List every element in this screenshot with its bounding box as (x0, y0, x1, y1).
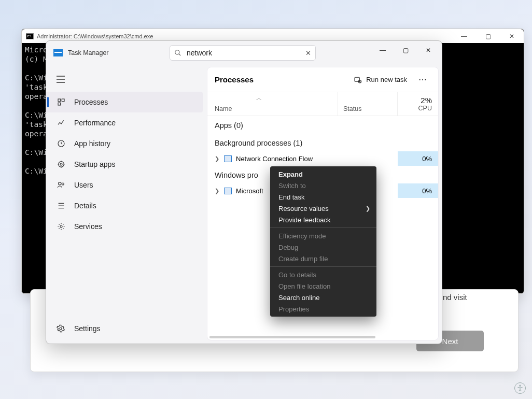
horizontal-scrollbar[interactable] (209, 336, 375, 338)
ctx-efficiency-mode: Efficiency mode (270, 230, 376, 241)
group-background[interactable]: Background processes (1) (207, 134, 438, 151)
ctx-switch-to: Switch to (270, 180, 376, 191)
cmd-title: Administrator: C:\Windows\system32\cmd.e… (37, 33, 452, 39)
page-title: Processes (215, 75, 349, 84)
accessibility-icon[interactable] (514, 382, 526, 394)
svg-point-9 (62, 183, 64, 185)
more-icon[interactable]: ⋯ (414, 75, 431, 84)
process-cpu: 0% (398, 151, 438, 166)
ctx-properties: Properties (270, 303, 376, 315)
clear-search-icon[interactable]: ✕ (305, 49, 311, 57)
maximize-button[interactable]: ▢ (476, 29, 500, 43)
process-cpu: 0% (398, 183, 438, 198)
gear-icon (57, 324, 66, 333)
chevron-right-icon[interactable]: ❯ (214, 188, 220, 194)
col-status[interactable]: Status (338, 92, 398, 116)
ctx-debug: Debug (270, 241, 376, 253)
svg-rect-3 (62, 99, 64, 102)
process-name: Network Connection Flow (236, 155, 313, 163)
separator (270, 227, 376, 228)
ctx-provide-feedback[interactable]: Provide feedback (270, 214, 376, 225)
sidebar-item-performance[interactable]: Performance (46, 112, 203, 133)
process-name: Microsoft (236, 187, 263, 195)
terminal-icon: c:\ (26, 33, 34, 39)
close-button[interactable]: ✕ (500, 29, 524, 43)
group-apps[interactable]: Apps (0) (207, 116, 438, 134)
ctx-resource-values[interactable]: Resource values❯ (270, 203, 376, 214)
services-icon (57, 222, 66, 231)
sidebar-item-label: Processes (74, 98, 108, 106)
cpu-total: 2% (421, 96, 432, 105)
processes-icon (57, 97, 66, 107)
svg-point-0 (520, 385, 521, 386)
users-icon (57, 180, 66, 190)
run-new-task-button[interactable]: Run new task (349, 74, 411, 86)
tm-titlebar[interactable]: Task Manager ✕ ― ▢ ✕ (46, 41, 442, 65)
bg-text-fragment: nd visit (443, 293, 467, 302)
sidebar-item-label: Details (74, 202, 96, 210)
sidebar-item-services[interactable]: Services (46, 216, 203, 237)
sidebar-item-processes[interactable]: Processes (46, 92, 203, 112)
sidebar-item-app-history[interactable]: App history (46, 133, 203, 154)
svg-point-8 (59, 182, 61, 185)
svg-point-6 (59, 162, 64, 167)
col-name[interactable]: Name (207, 92, 338, 116)
sort-chevron-up-icon[interactable]: ︿ (256, 94, 262, 102)
startup-icon (57, 160, 66, 169)
svg-point-11 (60, 327, 62, 330)
search-input[interactable] (187, 49, 305, 57)
svg-point-1 (175, 50, 179, 54)
history-icon (57, 139, 66, 148)
chevron-right-icon[interactable]: ❯ (214, 155, 220, 162)
search-box[interactable]: ✕ (170, 45, 316, 61)
sidebar-item-label: App history (74, 139, 110, 148)
task-manager-icon (53, 49, 63, 56)
details-icon (57, 201, 66, 210)
sidebar-item-label: Users (74, 181, 93, 189)
chevron-right-icon: ❯ (366, 205, 370, 212)
search-icon (174, 49, 181, 56)
svg-point-7 (60, 163, 62, 165)
hamburger-icon[interactable] (52, 71, 69, 88)
svg-point-10 (60, 225, 62, 227)
separator (270, 266, 376, 267)
performance-icon (57, 118, 66, 127)
tm-maximize-button[interactable]: ▢ (394, 41, 417, 60)
ctx-open-file-location: Open file location (270, 280, 376, 292)
ctx-search-online[interactable]: Search online (270, 292, 376, 303)
process-row[interactable]: ❯ Network Connection Flow 0% (207, 151, 438, 166)
col-cpu[interactable]: 2% CPU (398, 92, 438, 116)
ctx-end-task[interactable]: End task (270, 191, 376, 203)
sidebar-item-startup-apps[interactable]: Startup apps (46, 154, 203, 175)
tm-close-button[interactable]: ✕ (417, 41, 440, 60)
settings-label: Settings (74, 324, 101, 333)
sidebar-item-label: Performance (74, 119, 116, 127)
minimize-button[interactable]: ― (452, 29, 476, 43)
tm-minimize-button[interactable]: ― (371, 41, 394, 60)
sidebar-item-details[interactable]: Details (46, 195, 203, 216)
column-headers[interactable]: ︿ Name Status 2% CPU (207, 92, 438, 116)
task-manager-window: Task Manager ✕ ― ▢ ✕ Processes (46, 40, 442, 344)
sidebar-item-settings[interactable]: Settings (46, 318, 207, 339)
process-icon (224, 155, 232, 162)
run-task-icon (354, 76, 362, 84)
svg-rect-2 (58, 99, 61, 102)
sidebar-item-label: Startup apps (74, 160, 115, 168)
tm-title: Task Manager (68, 49, 109, 56)
process-icon (224, 188, 232, 194)
ctx-expand[interactable]: Expand (270, 168, 376, 180)
ctx-go-to-details: Go to details (270, 269, 376, 280)
svg-rect-4 (58, 103, 61, 105)
sidebar-item-label: Services (74, 222, 102, 231)
ctx-create-dump: Create dump file (270, 253, 376, 264)
context-menu: Expand Switch to End task Resource value… (270, 166, 376, 317)
sidebar: Processes Performance App history Startu… (46, 65, 207, 344)
sidebar-item-users[interactable]: Users (46, 175, 203, 195)
run-task-label: Run new task (366, 76, 407, 83)
